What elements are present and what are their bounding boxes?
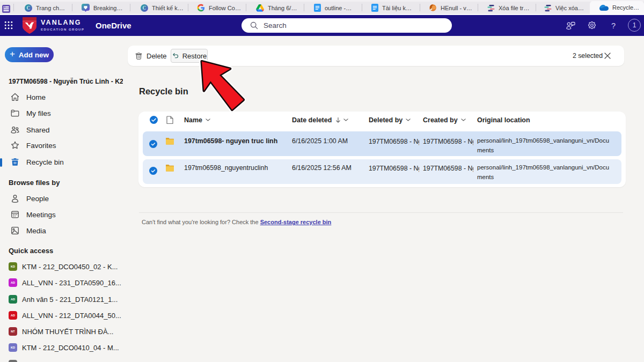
svg-text:C: C [27,5,31,11]
svg-text:C: C [143,5,147,11]
